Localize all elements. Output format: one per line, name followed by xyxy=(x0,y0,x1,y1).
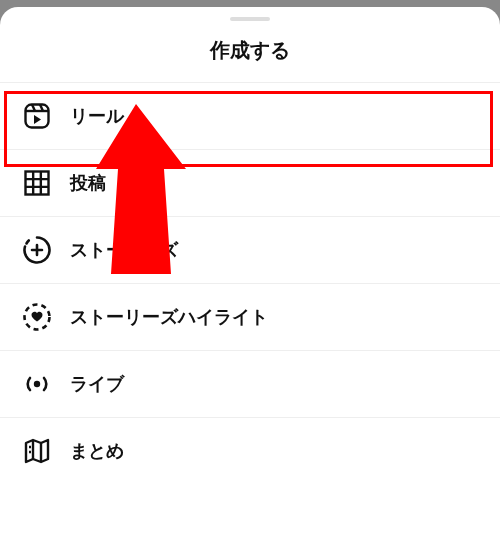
menu-item-reel[interactable]: リール xyxy=(0,82,500,149)
menu-item-highlight[interactable]: ストーリーズハイライト xyxy=(0,283,500,350)
menu-item-label: まとめ xyxy=(70,439,124,463)
svg-point-3 xyxy=(34,381,40,387)
story-plus-icon xyxy=(22,235,52,265)
svg-rect-1 xyxy=(26,172,49,195)
live-broadcast-icon xyxy=(22,369,52,399)
drag-handle[interactable] xyxy=(230,17,270,21)
create-menu: リール 投稿 ストーリーズ xyxy=(0,82,500,484)
menu-item-live[interactable]: ライブ xyxy=(0,350,500,417)
svg-rect-0 xyxy=(26,105,49,128)
sheet-title: 作成する xyxy=(0,37,500,82)
bottom-sheet: 作成する リール 投稿 xyxy=(0,7,500,543)
menu-item-label: ストーリーズ xyxy=(70,238,178,262)
reel-icon xyxy=(22,101,52,131)
menu-item-label: リール xyxy=(70,104,124,128)
menu-item-label: 投稿 xyxy=(70,171,106,195)
menu-item-label: ストーリーズハイライト xyxy=(70,305,268,329)
guide-map-icon xyxy=(22,436,52,466)
menu-item-story[interactable]: ストーリーズ xyxy=(0,216,500,283)
grid-icon xyxy=(22,168,52,198)
menu-item-post[interactable]: 投稿 xyxy=(0,149,500,216)
menu-item-label: ライブ xyxy=(70,372,124,396)
menu-item-guide[interactable]: まとめ xyxy=(0,417,500,484)
highlight-heart-icon xyxy=(22,302,52,332)
